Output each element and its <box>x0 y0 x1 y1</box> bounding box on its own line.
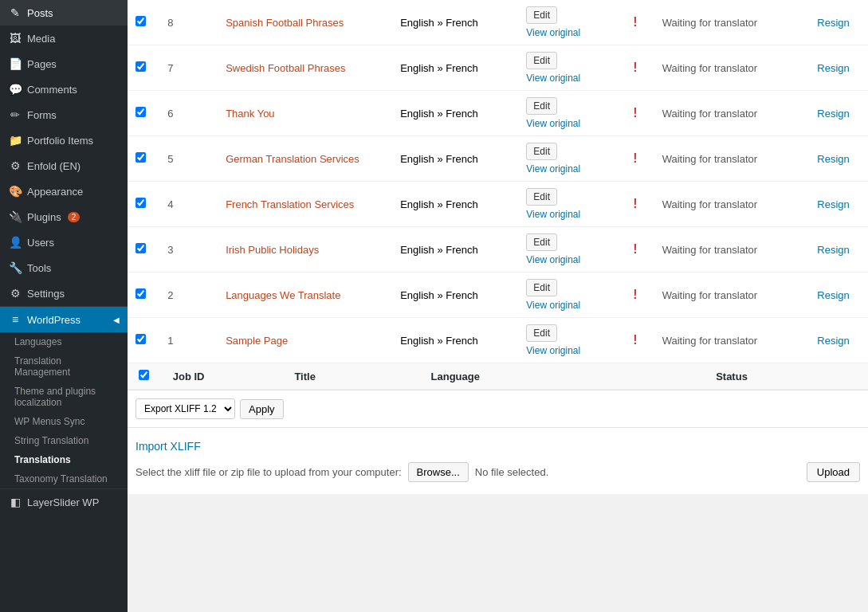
cell-title: French Translation Services <box>218 182 392 227</box>
sidebar-sub-string-translation[interactable]: String Translation <box>0 431 128 450</box>
edit-button[interactable]: Edit <box>526 52 557 69</box>
sidebar-item-label: Users <box>27 237 54 249</box>
edit-button[interactable]: Edit <box>526 143 557 160</box>
row-checkbox-5[interactable] <box>136 152 146 163</box>
portfolio-icon: 📁 <box>8 134 22 147</box>
resign-link[interactable]: Resign <box>817 62 849 74</box>
cell-language: English » French <box>392 182 518 227</box>
row-checkbox-7[interactable] <box>136 61 146 72</box>
footer-select-all-checkbox[interactable] <box>139 370 149 380</box>
sub-label: Translation Management <box>14 355 70 378</box>
cell-status: Waiting for translator <box>654 182 810 227</box>
view-original-link[interactable]: View original <box>526 254 580 265</box>
cell-resign: Resign <box>809 227 868 273</box>
exclamation-icon: ! <box>633 61 637 74</box>
resign-link[interactable]: Resign <box>817 335 849 347</box>
sidebar-item-appearance[interactable]: 🎨 Appearance <box>0 178 128 204</box>
resign-link[interactable]: Resign <box>817 198 849 210</box>
sidebar-item-layerslider[interactable]: ◧ LayerSlider WP <box>0 489 128 515</box>
edit-button[interactable]: Edit <box>526 324 557 342</box>
cell-jobid: 6 <box>159 91 218 136</box>
import-title: Import XLIFF <box>136 440 860 453</box>
footer-col-jobid: Job ID <box>159 363 218 390</box>
sidebar-sub-wp-menus-sync[interactable]: WP Menus Sync <box>0 412 128 431</box>
sidebar-sub-taxonomy-translation[interactable]: Taxonomy Translation <box>0 469 128 488</box>
sidebar-item-posts[interactable]: ✎ Posts <box>0 0 128 26</box>
row-checkbox-4[interactable] <box>136 198 146 208</box>
view-original-link[interactable]: View original <box>526 209 580 220</box>
sidebar-item-enfold[interactable]: ⚙ Enfold (EN) <box>0 153 128 178</box>
title-link[interactable]: Swedish Football Phrases <box>226 62 345 74</box>
sidebar-item-plugins[interactable]: 🔌 Plugins 2 <box>0 204 128 230</box>
sidebar-sub-languages[interactable]: Languages <box>0 332 128 351</box>
cell-exclamation: ! <box>625 91 654 136</box>
sidebar-item-worldpress[interactable]: ≡ WorldPress ◀ <box>0 307 128 332</box>
import-section: Import XLIFF Select the xliff file or zi… <box>128 427 868 494</box>
cell-title: Spanish Football Phrases <box>218 0 392 45</box>
bulk-action-select[interactable]: Export XLIFF 1.2 Export XLIFF 2.0 Import <box>136 398 235 419</box>
sidebar-item-forms[interactable]: ✏ Forms <box>0 102 128 128</box>
plugins-icon: 🔌 <box>8 210 22 223</box>
row-checkbox-1[interactable] <box>136 334 146 344</box>
resign-link[interactable]: Resign <box>817 108 849 120</box>
table-row: 7 Swedish Football Phrases English » Fre… <box>128 45 868 91</box>
browse-button[interactable]: Browse... <box>408 462 469 482</box>
title-link[interactable]: German Translation Services <box>226 153 359 165</box>
view-original-link[interactable]: View original <box>526 73 580 84</box>
main-content: 8 Spanish Football Phrases English » Fre… <box>128 0 868 612</box>
apply-button[interactable]: Apply <box>240 399 284 419</box>
sidebar-item-settings[interactable]: ⚙ Settings <box>0 280 128 306</box>
cell-exclamation: ! <box>625 318 654 363</box>
resign-link[interactable]: Resign <box>817 153 849 165</box>
title-link[interactable]: French Translation Services <box>226 198 354 210</box>
row-checkbox-2[interactable] <box>136 288 146 299</box>
sidebar-item-media[interactable]: 🖼 Media <box>0 26 128 51</box>
edit-button[interactable]: Edit <box>526 188 557 206</box>
edit-button[interactable]: Edit <box>526 97 557 115</box>
cell-exclamation: ! <box>625 273 654 318</box>
status-text: Waiting for translator <box>662 244 757 256</box>
sidebar-sub-theme-plugins[interactable]: Theme and plugins localization <box>0 382 128 412</box>
view-original-link[interactable]: View original <box>526 163 580 175</box>
resign-link[interactable]: Resign <box>817 289 849 301</box>
edit-button[interactable]: Edit <box>526 279 557 296</box>
title-link[interactable]: Irish Public Holidays <box>226 244 319 256</box>
exclamation-icon: ! <box>633 197 637 210</box>
footer-col-status: Status <box>654 363 810 390</box>
resign-link[interactable]: Resign <box>817 17 849 29</box>
title-link[interactable]: Thank You <box>226 108 274 120</box>
view-original-link[interactable]: View original <box>526 345 580 356</box>
sidebar-sub-translation-management[interactable]: Translation Management <box>0 351 128 382</box>
sidebar-item-users[interactable]: 👤 Users <box>0 230 128 255</box>
table-row: 3 Irish Public Holidays English » French… <box>128 227 868 273</box>
title-link[interactable]: Languages We Translate <box>226 289 340 301</box>
edit-button[interactable]: Edit <box>526 6 557 24</box>
edit-button[interactable]: Edit <box>526 233 557 251</box>
cell-language: English » French <box>392 227 518 273</box>
row-checkbox-6[interactable] <box>136 107 146 117</box>
sidebar-item-pages[interactable]: 📄 Pages <box>0 51 128 76</box>
sidebar-item-tools[interactable]: 🔧 Tools <box>0 255 128 280</box>
settings-icon: ⚙ <box>8 287 22 300</box>
view-original-link[interactable]: View original <box>526 300 580 311</box>
sidebar-item-portfolio[interactable]: 📁 Portfolio Items <box>0 128 128 153</box>
media-icon: 🖼 <box>8 32 22 45</box>
exclamation-icon: ! <box>633 15 637 29</box>
view-original-link[interactable]: View original <box>526 118 580 129</box>
comments-icon: 💬 <box>8 83 22 96</box>
row-checkbox-3[interactable] <box>136 243 146 253</box>
cell-resign: Resign <box>809 0 868 45</box>
resign-link[interactable]: Resign <box>817 244 849 256</box>
forms-icon: ✏ <box>8 108 22 121</box>
title-link[interactable]: Sample Page <box>226 335 288 347</box>
appearance-icon: 🎨 <box>8 185 22 198</box>
view-original-link[interactable]: View original <box>526 27 580 38</box>
footer-col-resign <box>809 363 868 390</box>
upload-button[interactable]: Upload <box>807 462 860 482</box>
sidebar-item-comments[interactable]: 💬 Comments <box>0 76 128 102</box>
sub-label: Taxonomy Translation <box>14 473 108 484</box>
pages-icon: 📄 <box>8 57 22 70</box>
title-link[interactable]: Spanish Football Phrases <box>226 17 344 29</box>
row-checkbox-8[interactable] <box>136 16 146 26</box>
sidebar-sub-translations[interactable]: Translations <box>0 450 128 469</box>
